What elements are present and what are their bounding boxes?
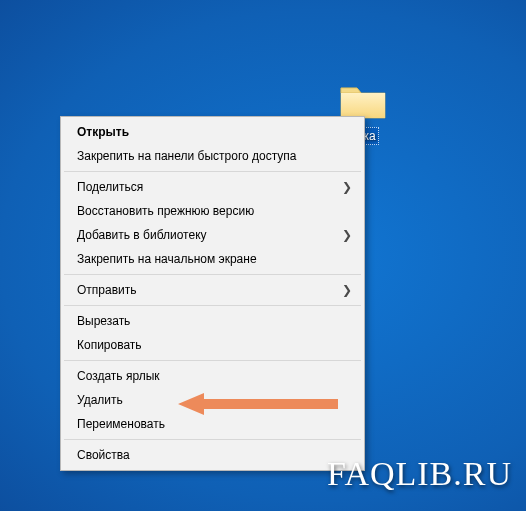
menu-add-to-library[interactable]: Добавить в библиотеку ❯ <box>63 223 362 247</box>
menu-pin-quick-label: Закрепить на панели быстрого доступа <box>77 149 297 163</box>
menu-open-label: Открыть <box>77 125 129 139</box>
menu-shortcut-label: Создать ярлык <box>77 369 160 383</box>
menu-pin-start[interactable]: Закрепить на начальном экране <box>63 247 362 271</box>
menu-open[interactable]: Открыть <box>63 120 362 144</box>
menu-separator <box>64 439 361 440</box>
menu-rename[interactable]: Переименовать <box>63 412 362 436</box>
menu-properties-label: Свойства <box>77 448 130 462</box>
menu-copy[interactable]: Копировать <box>63 333 362 357</box>
menu-separator <box>64 274 361 275</box>
menu-pin-start-label: Закрепить на начальном экране <box>77 252 257 266</box>
menu-rename-label: Переименовать <box>77 417 165 431</box>
folder-context-menu: Открыть Закрепить на панели быстрого дос… <box>60 116 365 471</box>
chevron-right-icon: ❯ <box>342 227 352 243</box>
menu-cut[interactable]: Вырезать <box>63 309 362 333</box>
menu-delete[interactable]: Удалить <box>63 388 362 412</box>
menu-delete-label: Удалить <box>77 393 123 407</box>
menu-separator <box>64 171 361 172</box>
menu-share-label: Поделиться <box>77 180 143 194</box>
menu-cut-label: Вырезать <box>77 314 130 328</box>
menu-restore-previous[interactable]: Восстановить прежнюю версию <box>63 199 362 223</box>
menu-share[interactable]: Поделиться ❯ <box>63 175 362 199</box>
svg-rect-0 <box>341 93 385 118</box>
chevron-right-icon: ❯ <box>342 179 352 195</box>
menu-separator <box>64 305 361 306</box>
menu-send-to[interactable]: Отправить ❯ <box>63 278 362 302</box>
menu-pin-quick-access[interactable]: Закрепить на панели быстрого доступа <box>63 144 362 168</box>
menu-restore-label: Восстановить прежнюю версию <box>77 204 254 218</box>
watermark-text: FAQLIB.RU <box>327 455 512 493</box>
menu-separator <box>64 360 361 361</box>
menu-send-to-label: Отправить <box>77 283 137 297</box>
menu-properties[interactable]: Свойства <box>63 443 362 467</box>
menu-add-library-label: Добавить в библиотеку <box>77 228 207 242</box>
chevron-right-icon: ❯ <box>342 282 352 298</box>
menu-create-shortcut[interactable]: Создать ярлык <box>63 364 362 388</box>
menu-copy-label: Копировать <box>77 338 142 352</box>
